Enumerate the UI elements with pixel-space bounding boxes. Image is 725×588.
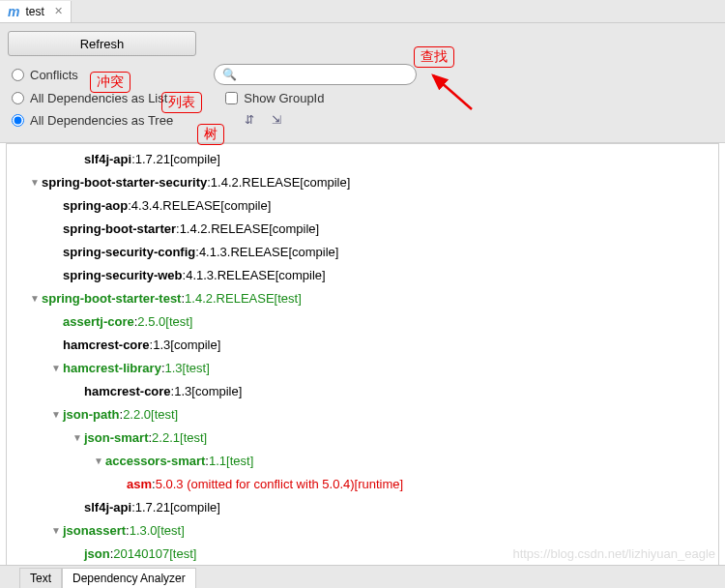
dep-name: spring-boot-starter bbox=[63, 220, 176, 239]
dep-name: spring-security-web bbox=[63, 266, 183, 285]
dep-scope: [test] bbox=[151, 405, 178, 425]
show-groupid-checkbox[interactable]: Show GroupId bbox=[225, 91, 324, 105]
conflicts-radio-input[interactable] bbox=[12, 69, 24, 81]
dep-version: 4.3.4.RELEASE bbox=[131, 196, 221, 216]
dep-scope: [test] bbox=[165, 312, 192, 332]
expand-icon[interactable]: ⇵ bbox=[241, 111, 258, 129]
expand-arrow-icon[interactable]: ▼ bbox=[49, 521, 63, 541]
tree-row[interactable]: hamcrest-core : 1.3 [compile] bbox=[7, 334, 718, 357]
dep-name: slf4j-api bbox=[84, 498, 131, 517]
tree-row[interactable]: spring-aop : 4.3.4.RELEASE [compile] bbox=[7, 194, 718, 218]
dep-scope: [compile] bbox=[288, 243, 338, 262]
dep-version: 1.4.2.RELEASE bbox=[185, 289, 275, 309]
dep-scope: [compile] bbox=[191, 382, 242, 401]
dep-scope: [compile] bbox=[269, 220, 319, 239]
dep-scope: [compile] bbox=[170, 498, 220, 517]
expand-arrow-icon[interactable]: ▼ bbox=[49, 405, 63, 425]
dep-scope: [test] bbox=[180, 428, 207, 448]
dep-name: spring-security-config bbox=[63, 243, 195, 262]
search-field[interactable]: 🔍 bbox=[214, 64, 417, 85]
tree-row[interactable]: ▼jsonassert : 1.3.0 [test] bbox=[7, 519, 718, 543]
tree-row[interactable]: ▼json-path : 2.2.0 [test] bbox=[7, 403, 718, 426]
tree-row[interactable]: ▼accessors-smart : 1.1 [test] bbox=[7, 450, 718, 473]
dep-version: 4.1.3.RELEASE bbox=[186, 266, 276, 285]
tab-bar: m test ✕ bbox=[0, 0, 725, 23]
toolbar: Refresh Conflicts 🔍 All Dependencies as … bbox=[0, 23, 725, 143]
expand-arrow-icon[interactable]: ▼ bbox=[92, 452, 105, 471]
tab-text[interactable]: Text bbox=[19, 568, 62, 588]
dep-scope: [runtime] bbox=[355, 475, 404, 494]
dep-version: 2.5.0 bbox=[137, 312, 165, 332]
tree-row[interactable]: slf4j-api : 1.7.21 [compile] bbox=[7, 148, 718, 171]
dep-version: 1.4.2.RELEASE bbox=[180, 220, 270, 239]
tree-row[interactable]: ▼json-smart : 2.2.1 [test] bbox=[7, 426, 718, 450]
dep-version: 1.7.21 bbox=[135, 150, 170, 169]
conflicts-radio[interactable]: Conflicts bbox=[12, 68, 78, 82]
tree-row[interactable]: ▼spring-boot-starter-security : 1.4.2.RE… bbox=[7, 171, 718, 194]
dep-name: json bbox=[84, 544, 110, 564]
dep-scope: [test] bbox=[183, 359, 210, 378]
tree-row[interactable]: assertj-core : 2.5.0 [test] bbox=[7, 310, 718, 334]
dep-version: 1.4.2.RELEASE bbox=[211, 173, 301, 192]
expand-arrow-icon[interactable]: ▼ bbox=[71, 428, 84, 448]
tree-row[interactable]: spring-security-config : 4.1.3.RELEASE [… bbox=[7, 241, 718, 264]
dep-name: jsonassert bbox=[63, 521, 126, 541]
tab-dependency-analyzer[interactable]: Dependency Analyzer bbox=[62, 568, 196, 588]
dep-name: slf4j-api bbox=[84, 150, 131, 169]
dep-version: 2.2.1 bbox=[152, 428, 180, 448]
dep-name: json-path bbox=[63, 405, 120, 425]
expand-arrow-icon[interactable]: ▼ bbox=[28, 173, 42, 192]
show-groupid-input[interactable] bbox=[225, 92, 238, 104]
tree-row[interactable]: spring-security-web : 4.1.3.RELEASE [com… bbox=[7, 264, 718, 287]
close-icon[interactable]: ✕ bbox=[54, 5, 63, 17]
expand-arrow-icon[interactable]: ▼ bbox=[28, 289, 42, 309]
tab-title: test bbox=[25, 5, 44, 18]
dep-name: spring-boot-starter-test bbox=[42, 289, 181, 309]
dep-scope: [test] bbox=[275, 289, 302, 309]
dep-name: hamcrest-core bbox=[84, 382, 171, 401]
dep-version: 1.3 bbox=[153, 336, 170, 355]
dep-scope: [compile] bbox=[300, 173, 350, 192]
dep-scope: [test] bbox=[158, 521, 185, 541]
expand-arrow-icon[interactable]: ▼ bbox=[49, 359, 63, 378]
dep-name: hamcrest-library bbox=[63, 359, 161, 378]
dep-name: assertj-core bbox=[63, 312, 134, 332]
dep-version: 4.1.3.RELEASE bbox=[199, 243, 289, 262]
dep-version: 1.1 bbox=[209, 452, 226, 471]
dep-scope: [test] bbox=[226, 452, 253, 471]
refresh-button[interactable]: Refresh bbox=[8, 31, 196, 56]
dep-scope: [test] bbox=[169, 544, 196, 564]
watermark: https://blog.csdn.net/lizhiyuan_eagle bbox=[512, 546, 715, 561]
as-list-radio[interactable]: All Dependencies as List bbox=[12, 91, 167, 105]
tree-row[interactable]: asm : 5.0.3 (omitted for conflict with 5… bbox=[7, 473, 718, 496]
tree-row[interactable]: spring-boot-starter : 1.4.2.RELEASE [com… bbox=[7, 218, 718, 241]
dep-version: 2.2.0 bbox=[123, 405, 151, 425]
tree-row[interactable]: ▼spring-boot-starter-test : 1.4.2.RELEAS… bbox=[7, 287, 718, 310]
dep-version: 1.3.0 bbox=[130, 521, 158, 541]
tree-row[interactable]: hamcrest-core : 1.3 [compile] bbox=[7, 380, 718, 403]
dep-name: asm bbox=[127, 475, 152, 494]
dep-name: json-smart bbox=[84, 428, 148, 448]
dependency-tree[interactable]: slf4j-api : 1.7.21 [compile]▼spring-boot… bbox=[6, 143, 719, 588]
dep-scope: [compile] bbox=[276, 266, 326, 285]
tree-row[interactable]: slf4j-api : 1.7.21 [compile] bbox=[7, 496, 718, 519]
dep-name: spring-boot-starter-security bbox=[42, 173, 207, 192]
as-tree-radio[interactable]: All Dependencies as Tree bbox=[12, 113, 173, 128]
dep-scope: [compile] bbox=[170, 150, 220, 169]
dep-name: hamcrest-core bbox=[63, 336, 150, 355]
editor-tab[interactable]: m test ✕ bbox=[0, 1, 72, 22]
tree-row[interactable]: ▼hamcrest-library : 1.3 [test] bbox=[7, 357, 718, 380]
search-icon: 🔍 bbox=[222, 68, 237, 81]
as-list-radio-input[interactable] bbox=[12, 92, 24, 104]
as-tree-radio-input[interactable] bbox=[12, 114, 24, 127]
dep-version: 1.7.21 bbox=[135, 498, 170, 517]
maven-icon: m bbox=[8, 4, 19, 19]
dep-scope: [compile] bbox=[170, 336, 220, 355]
dep-version: 20140107 bbox=[113, 544, 169, 564]
collapse-icon[interactable]: ⇲ bbox=[268, 111, 285, 129]
dep-scope: [compile] bbox=[220, 196, 271, 216]
dep-name: spring-aop bbox=[63, 196, 128, 216]
search-input[interactable] bbox=[237, 68, 408, 81]
bottom-tabs: Text Dependency Analyzer bbox=[0, 565, 725, 588]
dep-version: 1.3 bbox=[174, 382, 191, 401]
